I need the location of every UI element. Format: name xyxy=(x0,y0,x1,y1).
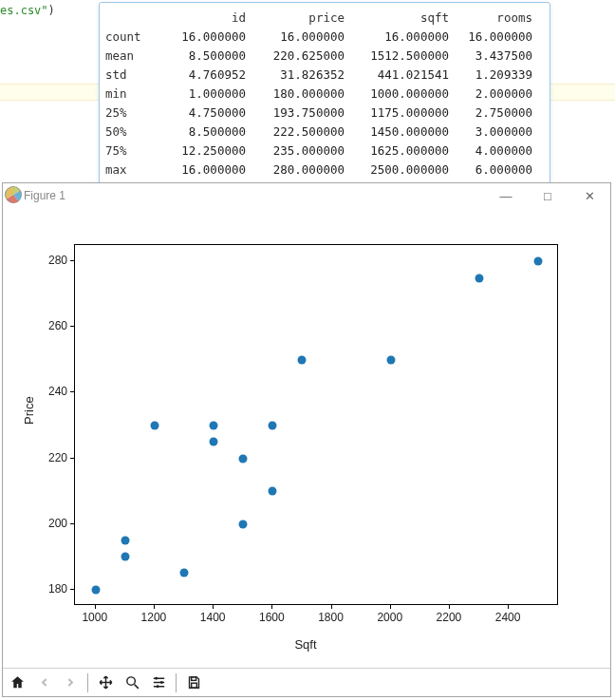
ytick-mark xyxy=(70,458,74,459)
stats-row-label: max xyxy=(105,161,160,180)
scatter-point xyxy=(121,536,129,544)
stats-cell: 31.826352 xyxy=(246,66,345,85)
scatter-point xyxy=(298,355,307,364)
maximize-button[interactable]: □ xyxy=(527,183,568,208)
stats-cell: 441.021541 xyxy=(345,66,449,85)
ytick-label: 240 xyxy=(48,385,67,398)
minimize-button[interactable]: — xyxy=(485,183,527,208)
plot-area: Price Sqft 18020022024026028010001200140… xyxy=(3,208,608,668)
scatter-point xyxy=(239,454,248,463)
stats-row-label: count xyxy=(105,28,160,47)
svg-point-3 xyxy=(155,677,158,680)
matplotlib-icon xyxy=(3,184,24,208)
xtick-mark xyxy=(390,605,391,609)
stats-cell: 1625.000000 xyxy=(345,142,449,161)
svg-point-5 xyxy=(156,685,158,688)
stats-cell: 180.000000 xyxy=(246,85,345,104)
ytick-label: 180 xyxy=(48,582,67,596)
back-button[interactable] xyxy=(31,671,56,695)
toolbar-separator xyxy=(176,673,177,692)
scatter-point xyxy=(239,520,248,528)
stats-cell: 193.750000 xyxy=(246,104,345,123)
xtick-label: 1400 xyxy=(200,611,226,624)
stats-cell: 1000.000000 xyxy=(345,85,449,104)
sliders-icon xyxy=(151,674,167,691)
stats-cell: 1.209339 xyxy=(449,66,532,85)
forward-button[interactable] xyxy=(58,671,83,695)
stats-cell: 4.760952 xyxy=(160,66,246,85)
home-icon xyxy=(9,674,26,691)
stats-row-label: min xyxy=(105,85,160,104)
ytick-mark xyxy=(70,326,74,327)
home-button[interactable] xyxy=(5,671,29,695)
stats-cell: 1.000000 xyxy=(160,85,246,104)
stats-cell: 16.000000 xyxy=(449,28,532,47)
stats-row-label: mean xyxy=(105,47,160,66)
move-icon xyxy=(98,674,114,691)
stats-row: mean8.500000220.6250001512.5000003.43750… xyxy=(105,47,542,66)
stats-row: count16.00000016.00000016.00000016.00000… xyxy=(105,28,542,47)
xtick-label: 1200 xyxy=(141,611,167,624)
configure-button[interactable] xyxy=(146,671,171,695)
stats-cell: 222.500000 xyxy=(246,123,345,142)
xtick-mark xyxy=(154,605,155,609)
svg-line-2 xyxy=(134,685,138,689)
ytick-label: 220 xyxy=(48,451,67,464)
code-string: es.csv" xyxy=(0,4,48,17)
stats-cell: 12.250000 xyxy=(160,142,246,161)
zoom-icon xyxy=(124,674,140,691)
code-paren: ) xyxy=(48,4,55,17)
stats-cell: 3.437500 xyxy=(449,47,532,66)
stats-cell: 16.000000 xyxy=(345,28,449,47)
stats-cell: 2500.000000 xyxy=(345,161,449,180)
xtick-mark xyxy=(331,605,332,609)
xtick-mark xyxy=(213,605,214,609)
stats-cell: 1450.000000 xyxy=(345,123,449,142)
xtick-mark xyxy=(95,605,96,609)
stats-col-sqft: sqft xyxy=(345,9,449,28)
stats-col-price: price xyxy=(246,9,345,28)
close-button[interactable]: ✕ xyxy=(568,183,610,208)
xtick-mark xyxy=(508,605,509,609)
stats-cell: 1175.000000 xyxy=(345,104,449,123)
stats-cell: 2.000000 xyxy=(449,85,532,104)
stats-row: min1.000000180.0000001000.0000002.000000 xyxy=(105,85,542,104)
zoom-button[interactable] xyxy=(120,671,144,695)
stats-row: 75%12.250000235.0000001625.0000004.00000… xyxy=(105,142,542,161)
y-axis-label: Price xyxy=(22,396,36,425)
stats-cell: 4.000000 xyxy=(449,142,532,161)
scatter-axes xyxy=(74,244,558,605)
stats-row: max16.000000280.0000002500.0000006.00000… xyxy=(105,161,542,180)
code-fragment: es.csv") xyxy=(0,4,55,17)
scatter-point xyxy=(121,553,129,561)
xtick-label: 1000 xyxy=(82,611,107,624)
figure-window: Figure 1 — □ ✕ Price Sqft 18020022024026… xyxy=(2,182,611,697)
dataframe-describe-panel: id price sqft rooms count16.00000016.000… xyxy=(99,2,550,186)
stats-row: 50%8.500000222.5000001450.0000003.000000 xyxy=(105,123,542,142)
stats-row-label: std xyxy=(105,66,160,85)
stats-cell: 8.500000 xyxy=(160,47,246,66)
scatter-point xyxy=(210,438,218,446)
xtick-label: 2400 xyxy=(495,611,521,624)
stats-row: std4.76095231.826352441.0215411.209339 xyxy=(105,66,542,85)
svg-rect-7 xyxy=(191,683,196,688)
stats-header-row: id price sqft rooms xyxy=(105,9,542,28)
figure-titlebar[interactable]: Figure 1 — □ ✕ xyxy=(3,183,610,208)
ytick-mark xyxy=(70,391,74,392)
svg-point-1 xyxy=(126,677,135,686)
scatter-point xyxy=(210,422,218,430)
stats-cell: 8.500000 xyxy=(160,123,246,142)
xtick-mark xyxy=(449,605,450,609)
stats-row-label: 50% xyxy=(105,123,160,142)
stats-cell: 2.750000 xyxy=(449,104,532,123)
save-icon xyxy=(186,674,202,691)
svg-point-4 xyxy=(159,681,162,684)
ytick-label: 280 xyxy=(48,254,67,267)
stats-cell: 220.625000 xyxy=(246,47,345,66)
pan-button[interactable] xyxy=(93,671,118,695)
stats-row-label: 75% xyxy=(105,142,160,161)
stats-cell: 16.000000 xyxy=(160,28,246,47)
save-button[interactable] xyxy=(181,671,206,695)
ytick-label: 200 xyxy=(48,517,67,530)
figure-title: Figure 1 xyxy=(24,189,485,202)
